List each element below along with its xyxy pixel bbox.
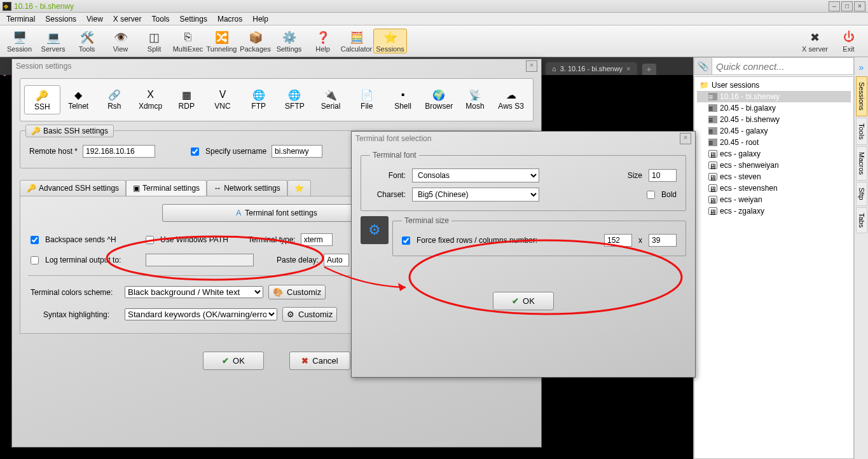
specify-username-checkbox[interactable]: [191, 147, 199, 156]
tool-packages[interactable]: 📦Packages: [238, 30, 272, 53]
session-type-vnc[interactable]: VVNC: [205, 85, 241, 114]
subtab-terminal-settings[interactable]: ▣Terminal settings: [126, 180, 207, 196]
tool-calculator[interactable]: 🧮Calculator: [340, 30, 373, 53]
tab-session[interactable]: ⌂3. 10.16 - bi.shenwy×: [546, 62, 637, 75]
log-output-input[interactable]: [146, 254, 254, 266]
tree-item[interactable]: ≡ 20.45 - bi.galaxy: [697, 102, 851, 114]
tree-root[interactable]: 📁 User sessions: [697, 79, 851, 91]
charset-select[interactable]: Big5 (Chinese): [412, 188, 539, 202]
right-tab-macros[interactable]: Macros: [856, 146, 867, 181]
close-button[interactable]: ×: [854, 1, 865, 11]
tree-item[interactable]: ≡ 10.16 - bi.shenwy: [697, 91, 851, 102]
session-type-ssh[interactable]: 🔑SSH: [24, 85, 60, 114]
dialog-close-icon[interactable]: ×: [526, 60, 537, 72]
username-input[interactable]: [272, 145, 322, 158]
session-tree[interactable]: 📁 User sessions≡ 10.16 - bi.shenwy≡ 20.4…: [694, 76, 854, 459]
menu-tools[interactable]: Tools: [147, 13, 175, 25]
tree-item[interactable]: 🖥 ecs - zgalaxy: [697, 205, 851, 217]
session-type-mosh[interactable]: 📡Mosh: [457, 85, 493, 114]
terminal-type-input[interactable]: [301, 233, 333, 246]
session-type-xdmcp[interactable]: XXdmcp: [132, 85, 169, 114]
session-type-rsh[interactable]: 🔗Rsh: [97, 85, 133, 114]
menubar: TerminalSessionsViewX serverToolsSetting…: [0, 13, 868, 25]
expand-icon[interactable]: »: [857, 60, 867, 75]
tree-item[interactable]: ≡ 20.45 - root: [697, 137, 851, 148]
session-type-rdp[interactable]: ▦RDP: [169, 85, 205, 114]
bold-checkbox[interactable]: [647, 191, 655, 199]
remote-host-input[interactable]: [83, 145, 155, 158]
new-tab-button[interactable]: ＋: [642, 64, 656, 75]
paste-delay-input[interactable]: [324, 254, 349, 266]
tool-x-server[interactable]: ✖︎X server: [798, 30, 832, 53]
minimize-button[interactable]: –: [829, 1, 840, 11]
session-type-aws-s3[interactable]: ☁Aws S3: [493, 85, 529, 114]
force-fixed-checkbox[interactable]: [402, 236, 410, 245]
terminal-size-legend: Terminal size: [402, 216, 451, 225]
tool-multiexec[interactable]: ⎘MultiExec: [171, 30, 205, 53]
session-type-telnet[interactable]: ◆Telnet: [60, 85, 97, 114]
tool-servers[interactable]: 💻Servers: [36, 30, 70, 53]
tool-tunneling[interactable]: 🔀Tunneling: [205, 30, 238, 53]
right-tab-tabs[interactable]: Tabs: [856, 207, 867, 233]
quick-connect-input[interactable]: [712, 61, 853, 72]
ok-button[interactable]: ✔OK: [203, 352, 264, 370]
backspace-checkbox[interactable]: [31, 236, 39, 244]
menu-settings[interactable]: Settings: [175, 13, 212, 25]
tool-view[interactable]: 👁️View: [104, 30, 137, 53]
tree-item[interactable]: 🖥 ecs - stevenshen: [697, 182, 851, 194]
view-icon: 👁️: [104, 30, 137, 45]
colorscheme-select[interactable]: Black background / White text: [125, 286, 263, 298]
tree-item[interactable]: 🖥 ecs - galaxy: [697, 148, 851, 160]
menu-sessions[interactable]: Sessions: [40, 13, 81, 25]
paperclip-icon[interactable]: 📎: [694, 58, 712, 74]
session-type-sftp[interactable]: 🌐SFTP: [277, 85, 313, 114]
tree-item[interactable]: 🖥 ecs - weiyan: [697, 194, 851, 205]
subtab-star[interactable]: ⭐: [287, 180, 311, 196]
quick-connect[interactable]: 📎: [694, 57, 854, 75]
tool-tools[interactable]: 🛠️Tools: [70, 30, 104, 53]
dialog-titlebar[interactable]: Session settings ×: [12, 59, 541, 73]
font-select[interactable]: Consolas: [412, 168, 539, 182]
tool-settings[interactable]: ⚙️Settings: [272, 30, 306, 53]
subtab-network-settings[interactable]: ↔Network settings: [207, 180, 287, 196]
font-ok-button[interactable]: ✔OK: [493, 292, 554, 310]
size-input[interactable]: [649, 169, 677, 182]
session-type-browser[interactable]: 🌍Browser: [421, 85, 457, 114]
font-dialog-close-icon[interactable]: ×: [680, 133, 691, 144]
columns-input[interactable]: [604, 234, 632, 247]
maximize-button[interactable]: □: [841, 1, 853, 11]
cancel-button[interactable]: ✖Cancel: [289, 352, 350, 370]
session-type-row: 🔑SSH◆Telnet🔗RshXXdmcp▦RDPVVNC🌐FTP🌐SFTP🔌S…: [20, 78, 534, 121]
right-tab-tools[interactable]: Tools: [856, 118, 867, 146]
tree-item[interactable]: ≡ 20.45 - galaxy: [697, 125, 851, 137]
menu-view[interactable]: View: [81, 13, 108, 25]
customize-syntax-button[interactable]: ⚙Customiz: [282, 307, 337, 322]
menu-macros[interactable]: Macros: [212, 13, 247, 25]
tree-item[interactable]: ≡ 20.45 - bi.shenwy: [697, 114, 851, 125]
tab-close-icon[interactable]: ×: [626, 65, 630, 72]
subtab-advanced-ssh-settings[interactable]: 🔑Advanced SSH settings: [20, 180, 126, 196]
menu-terminal[interactable]: Terminal: [1, 13, 40, 25]
menu-help[interactable]: Help: [247, 13, 273, 25]
tool-help[interactable]: ❓Help: [306, 30, 340, 53]
tool-sessions[interactable]: ⭐Sessions: [373, 29, 407, 53]
tool-exit[interactable]: ⏻Exit: [832, 30, 865, 53]
menu-x-server[interactable]: X server: [108, 13, 147, 25]
session-type-ftp[interactable]: 🌐FTP: [240, 85, 277, 114]
font-dialog-titlebar[interactable]: Terminal font selection ×: [352, 132, 695, 146]
tool-split[interactable]: ◫Split: [137, 30, 171, 53]
syntax-select[interactable]: Standard keywords (OK/warning/error/...): [125, 308, 277, 320]
tree-item[interactable]: 🖥 ecs - steven: [697, 171, 851, 182]
session-type-file[interactable]: 📄File: [348, 85, 385, 114]
right-tab-sftp[interactable]: Sftp: [856, 182, 867, 206]
customize-colors-button[interactable]: 🎨Customiz: [268, 285, 326, 299]
tool-session[interactable]: 🖥️Session: [3, 30, 36, 53]
tree-item[interactable]: 🖥 ecs - shenweiyan: [697, 160, 851, 171]
log-output-checkbox[interactable]: [31, 256, 39, 264]
right-tab-sessions[interactable]: Sessions: [856, 76, 867, 116]
paste-delay-label: Paste delay:: [277, 256, 319, 264]
session-type-serial[interactable]: 🔌Serial: [313, 85, 349, 114]
windows-path-checkbox[interactable]: [146, 236, 154, 244]
session-type-shell[interactable]: ▪Shell: [385, 85, 421, 114]
rows-input[interactable]: [649, 234, 677, 247]
